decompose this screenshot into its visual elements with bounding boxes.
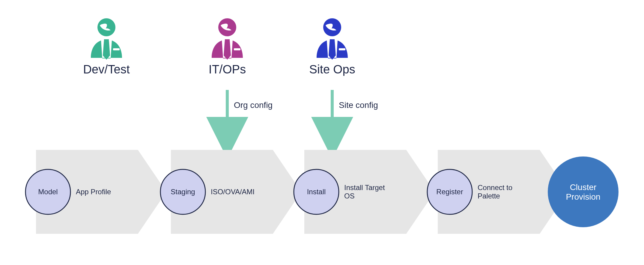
config-arrow-1-label: Site config: [339, 100, 378, 110]
stage-title-0: Model: [38, 188, 58, 196]
role-site-icon: [317, 18, 348, 60]
final-label: ClusterProvision: [566, 183, 600, 201]
config-arrow-0-label: Org config: [234, 100, 273, 110]
role-it-icon: [212, 18, 243, 60]
final-circle: [548, 156, 619, 227]
stage-desc-1: ISO/OVA/AMI: [211, 188, 255, 196]
role-dev-icon: [91, 18, 122, 60]
role-it-label: IT/OPs: [209, 63, 246, 76]
stage-title-2: Install: [307, 188, 326, 196]
role-site-label: Site Ops: [309, 63, 355, 76]
stage-title-1: Staging: [171, 188, 195, 196]
stage-desc-0: App Profile: [76, 188, 111, 196]
stage-title-3: Register: [436, 188, 463, 196]
role-dev-label: Dev/Test: [83, 63, 130, 76]
